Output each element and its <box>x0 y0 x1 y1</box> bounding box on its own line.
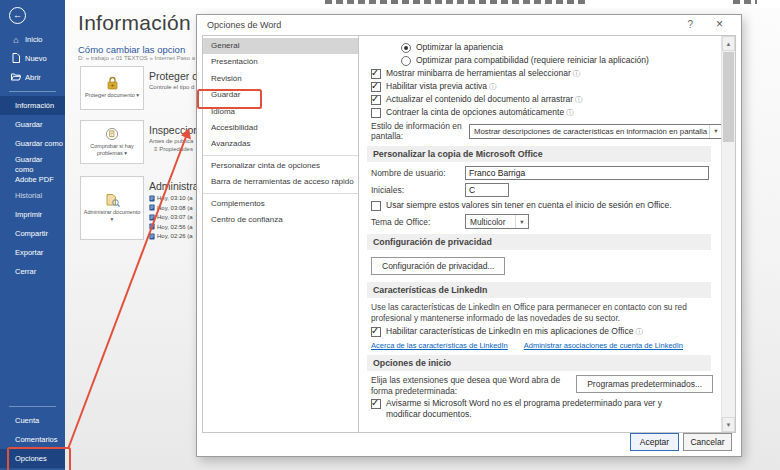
checkbox-always-use-values[interactable]: Usar siempre estos valores sin tener en … <box>371 200 713 211</box>
sidebar-item-label: Cerrar <box>15 267 36 276</box>
nav-complementos[interactable]: Complementos <box>203 196 358 212</box>
dropdown-value: Mostrar descripciones de características… <box>470 127 709 136</box>
checkbox-label: Contraer la cinta de opciones automática… <box>386 107 564 117</box>
help-icon[interactable]: ? <box>687 19 693 30</box>
protect-document-subtext: Controle el tipo d <box>149 84 199 90</box>
check-for-issues-button[interactable]: Comprobar si hay problemas ▾ <box>80 120 144 164</box>
options-nav: General Presentación Revisión Guardar Id… <box>203 36 359 432</box>
sidebar-item-cuenta[interactable]: Cuenta <box>0 411 65 430</box>
close-icon[interactable]: × <box>716 17 723 31</box>
sidebar-divider <box>9 406 56 407</box>
sidebar-item-opciones[interactable]: Opciones <box>0 449 65 468</box>
checkbox-label: Actualizar el contenido del documento al… <box>386 94 573 104</box>
checkbox-label: Avisarme si Microsoft Word no es el prog… <box>386 398 691 419</box>
office-theme-dropdown[interactable]: Multicolor ▾ <box>465 214 529 229</box>
nav-avanzadas[interactable]: Avanzadas <box>203 136 358 152</box>
sidebar-item-cerrar[interactable]: Cerrar <box>0 262 65 281</box>
sidebar-item-label: Comentarios <box>15 435 58 444</box>
linkedin-manage-link[interactable]: Administrar asociaciones de cuenta de Li… <box>524 341 683 350</box>
username-field[interactable] <box>465 166 709 180</box>
checkbox-icon <box>371 82 381 92</box>
cancel-button[interactable]: Cancelar <box>683 433 732 451</box>
version-item[interactable]: Hoy, 03:08 (a <box>149 204 199 211</box>
radio-optimize-appearance[interactable]: Optimizar la apariencia <box>401 42 713 53</box>
tile-caption: Comprobar si hay problemas ▾ <box>81 143 143 157</box>
sidebar-item-compartir[interactable]: Compartir <box>0 224 65 243</box>
checkbox-mini-toolbar[interactable]: Mostrar minibarra de herramientas al sel… <box>371 68 713 79</box>
nav-label: General <box>211 41 239 50</box>
sidebar-item-exportar[interactable]: Exportar <box>0 243 65 262</box>
sidebar-item-comentarios[interactable]: Comentarios <box>0 430 65 449</box>
screentip-style-dropdown[interactable]: Mostrar descripciones de características… <box>469 124 723 139</box>
word-doc-icon <box>149 204 155 211</box>
initials-label: Iniciales: <box>371 185 459 195</box>
sidebar-item-inicio[interactable]: ⌂ Inicio <box>0 30 65 49</box>
section-startup: Opciones de inicio <box>367 355 711 371</box>
nav-barra-acceso-rapido[interactable]: Barra de herramientas de acceso rápido <box>203 174 358 190</box>
initials-field[interactable] <box>465 183 509 197</box>
sidebar-item-abrir[interactable]: Abrir <box>0 68 65 87</box>
open-folder-icon <box>11 73 21 83</box>
nav-revision[interactable]: Revisión <box>203 71 358 87</box>
checkbox-live-preview[interactable]: Habilitar vista previa activaⓘ <box>371 81 713 92</box>
sidebar-item-informacion[interactable]: Información <box>0 96 65 115</box>
checkbox-label: Habilitar características de LinkedIn en… <box>386 326 633 336</box>
nav-presentacion[interactable]: Presentación <box>203 54 358 70</box>
radio-label: Optimizar la apariencia <box>416 42 503 53</box>
word-options-dialog: Opciones de Word ? × General Presentació… <box>196 14 742 457</box>
sidebar-item-imprimir[interactable]: Imprimir <box>0 205 65 224</box>
version-item[interactable]: Hoy, 02:26 (a <box>149 233 199 240</box>
checkbox-icon <box>371 399 381 409</box>
nav-guardar[interactable]: Guardar <box>203 87 358 103</box>
sidebar-item-label: Compartir <box>15 229 48 238</box>
version-item[interactable]: Hoy, 03:07 (a <box>149 214 199 221</box>
username-label: Nombre de usuario: <box>371 168 459 178</box>
section-linkedin: Características de LinkedIn <box>367 282 711 298</box>
inspect-subtext-2: ≡ Propiedades <box>149 146 199 152</box>
protect-document-button[interactable]: Proteger documento ▾ <box>80 66 144 110</box>
checkbox-label: Mostrar minibarra de herramientas al sel… <box>386 68 571 78</box>
general-options-panel: Optimizar la apariencia Optimizar para c… <box>359 36 735 432</box>
radio-optimize-compatibility[interactable]: Optimizar para compatibilidad (requiere … <box>401 55 713 66</box>
sidebar-item-guardar[interactable]: Guardar <box>0 115 65 134</box>
scrollbar-thumb[interactable] <box>723 52 734 142</box>
accept-button[interactable]: Aceptar <box>630 433 679 451</box>
version-item[interactable]: Hoy, 03:10 (a <box>149 195 199 202</box>
nav-label: Accesibilidad <box>211 123 258 132</box>
sidebar-item-nuevo[interactable]: Nuevo <box>0 49 65 68</box>
document-title-link[interactable]: Cómo cambiar las opcion <box>78 44 196 55</box>
back-button[interactable]: ← <box>0 0 65 30</box>
nav-label: Complementos <box>211 199 265 208</box>
checkbox-icon <box>371 108 381 118</box>
dropdown-value: Multicolor <box>466 217 515 227</box>
scroll-up-icon[interactable]: ▲ <box>722 36 735 51</box>
privacy-settings-button[interactable]: Configuración de privacidad... <box>371 257 505 275</box>
checkbox-default-program-warning[interactable]: Avisarme si Microsoft Word no es el prog… <box>371 398 713 419</box>
cropped-headline-text <box>325 0 587 4</box>
checkbox-update-drag[interactable]: Actualizar el contenido del documento al… <box>371 94 713 105</box>
cropped-headline-text <box>733 0 757 4</box>
nav-personalizar-cinta[interactable]: Personalizar cinta de opciones <box>203 158 358 174</box>
default-programs-button[interactable]: Programas predeterminados... <box>576 375 713 393</box>
nav-label: Idioma <box>211 107 235 116</box>
checkbox-collapse-ribbon[interactable]: Contraer la cinta de opciones automática… <box>371 107 713 118</box>
version-label: Hoy, 02:26 (a <box>157 233 193 239</box>
linkedin-about-link[interactable]: Acerca de las características de LinkedI… <box>371 341 508 350</box>
sidebar-item-guardar-como[interactable]: Guardar como <box>0 134 65 153</box>
sidebar-item-guardar-como-adobe-pdf[interactable]: Guardar como Adobe PDF <box>0 153 55 186</box>
manage-document-button[interactable]: Administrar documento ▾ <box>80 176 144 240</box>
nav-general[interactable]: General <box>203 38 358 54</box>
nav-centro-confianza[interactable]: Centro de confianza <box>203 212 358 228</box>
nav-idioma[interactable]: Idioma <box>203 104 358 120</box>
scroll-down-icon[interactable]: ▼ <box>722 417 735 432</box>
nav-accesibilidad[interactable]: Accesibilidad <box>203 120 358 136</box>
page-title: Información <box>78 11 191 35</box>
vertical-scrollbar[interactable]: ▲ ▼ <box>721 36 735 432</box>
sidebar-item-label: Nuevo <box>25 54 47 63</box>
info-icon: ⓘ <box>575 95 583 104</box>
version-item[interactable]: Hoy, 02:56 (a <box>149 223 199 230</box>
checkbox-linkedin-features[interactable]: Habilitar características de LinkedIn en… <box>371 326 713 337</box>
info-icon: ⓘ <box>573 69 581 78</box>
checkbox-icon <box>371 69 381 79</box>
sidebar-item-historial[interactable]: Historial <box>0 186 65 205</box>
